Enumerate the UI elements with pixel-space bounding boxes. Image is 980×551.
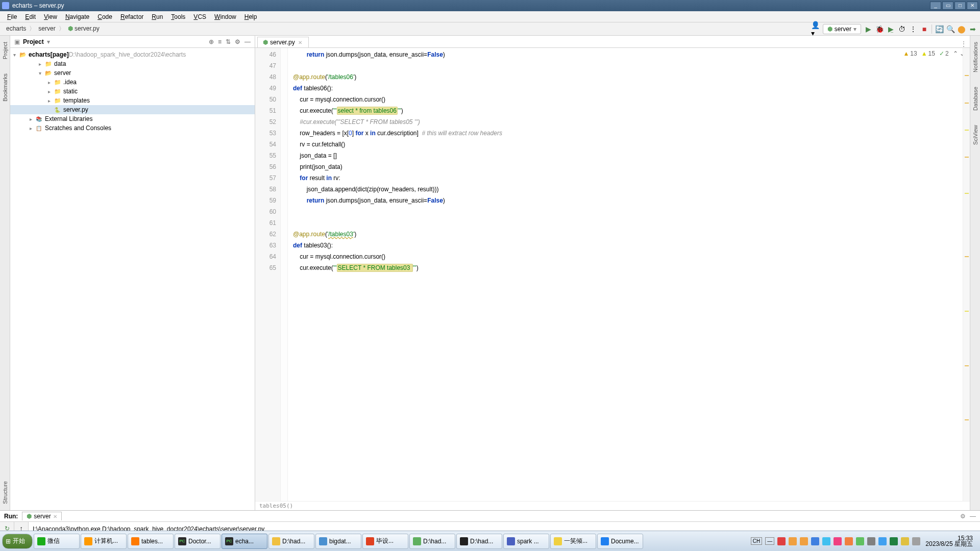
tree-item-scratches-and-consoles[interactable]: ▸Scratches and Consoles [10, 123, 255, 133]
ide-updates-icon[interactable]: ⬤ [958, 25, 966, 33]
run-tab-server[interactable]: ⬢ server ✕ [22, 512, 61, 520]
tray-icon[interactable] [867, 537, 875, 545]
run-settings-icon[interactable]: ⚙ [960, 513, 966, 520]
tray-icon[interactable] [856, 537, 864, 545]
tray-icon[interactable] [822, 537, 830, 545]
settings-icon[interactable]: ⚙ [235, 38, 240, 45]
menu-view[interactable]: View [40, 12, 61, 21]
tree-item--idea[interactable]: ▸.idea [10, 78, 255, 87]
left-gutter: Project Bookmarks Structure [0, 36, 10, 510]
start-button[interactable]: ⊞开始 [2, 534, 33, 549]
locate-icon[interactable]: ⊕ [209, 38, 214, 45]
system-tray[interactable]: CH — 15:33 2023/8/25 星期五 [751, 536, 978, 547]
profile-button[interactable]: ⏱ [898, 25, 906, 33]
tray-icon[interactable] [878, 537, 887, 545]
bookmarks-side-tab[interactable]: Bookmarks [1, 71, 9, 104]
search-everywhere-icon[interactable]: 🔍 [946, 25, 954, 33]
tree-item-templates[interactable]: ▸templates [10, 96, 255, 105]
hide-panel-icon[interactable]: — [244, 38, 251, 45]
menu-window[interactable]: Window [210, 12, 240, 21]
tree-item-static[interactable]: ▸static [10, 87, 255, 96]
add-config-icon[interactable]: 👤▾ [812, 25, 820, 33]
taskbar-item[interactable]: D:\had... [268, 534, 314, 549]
debug-button[interactable]: 🐞 [875, 25, 884, 33]
notifications-side-tab[interactable]: Notifications [971, 40, 979, 74]
editor-tabs-menu-icon[interactable]: ⋮ [961, 40, 970, 47]
tree-item-external-libraries[interactable]: ▸External Libraries [10, 114, 255, 123]
menu-help[interactable]: Help [240, 12, 261, 21]
tray-icon[interactable] [901, 537, 909, 545]
git-update-icon[interactable]: 🔄 [935, 25, 943, 33]
tray-icon[interactable] [800, 537, 808, 545]
sync-icon[interactable]: ➡ [969, 25, 977, 33]
run-button[interactable]: ▶ [864, 25, 872, 33]
collapse-all-icon[interactable]: ⇅ [226, 38, 231, 45]
tree-item-server-py[interactable]: server.py [10, 105, 255, 114]
run-hide-icon[interactable]: — [970, 513, 976, 520]
taskbar-item[interactable]: Docume... [597, 534, 643, 549]
tray-icon[interactable] [777, 537, 786, 545]
project-panel-title: Project [23, 38, 44, 45]
project-panel: ▣ Project ▾ ⊕ ≡ ⇅ ⚙ — ▾echarts [page] D:… [10, 36, 255, 510]
breadcrumb-item[interactable]: echarts [3, 24, 29, 33]
taskbar-clock[interactable]: 15:33 2023/8/25 星期五 [923, 536, 975, 547]
taskbar-item[interactable]: 微信 [34, 534, 80, 549]
window-titlebar: echarts – server.py _ ▭ □ ✕ [0, 0, 980, 11]
editor-area: ⬢ server.py ✕ ⋮ 13 15 2 ⌃ ⌄ 464748495051… [255, 36, 970, 510]
minimize-button[interactable]: _ [930, 2, 941, 10]
ime-indicator[interactable]: CH [751, 537, 762, 545]
taskbar-item[interactable]: PCecha... [222, 534, 267, 549]
editor-marker-strip[interactable] [963, 48, 970, 501]
tray-icon[interactable] [834, 537, 842, 545]
structure-side-tab[interactable]: Structure [1, 479, 9, 506]
close-button[interactable]: ✕ [967, 2, 978, 10]
taskbar-item[interactable]: D:\had... [409, 534, 455, 549]
tree-item-data[interactable]: ▸data [10, 59, 255, 68]
tray-icon[interactable] [890, 537, 898, 545]
close-tab-icon[interactable]: ✕ [297, 40, 303, 45]
taskbar-item[interactable]: 毕设... [362, 534, 408, 549]
right-gutter: Notifications Database SciView [970, 36, 980, 510]
menu-navigate[interactable]: Navigate [61, 12, 93, 21]
tray-icon[interactable] [789, 537, 797, 545]
taskbar-item[interactable]: D:\had... [456, 534, 502, 549]
taskbar-item[interactable]: 计算机... [81, 534, 127, 549]
taskbar-item[interactable]: 一笑倾... [550, 534, 596, 549]
database-side-tab[interactable]: Database [971, 85, 979, 113]
app-icon [2, 2, 9, 9]
tray-icon[interactable] [845, 537, 853, 545]
maximize-button[interactable]: □ [954, 2, 966, 10]
menu-file[interactable]: File [3, 12, 21, 21]
taskbar-item[interactable]: spark ... [503, 534, 549, 549]
project-side-tab[interactable]: Project [1, 40, 9, 61]
project-tree[interactable]: ▾echarts [page] D:\hadoop_spark_hive_doc… [10, 48, 255, 135]
stop-run-button[interactable]: ■ [920, 25, 928, 33]
windows-taskbar: ⊞开始 微信计算机...tables...PCDoctor...PCecha..… [0, 531, 980, 551]
restore-button[interactable]: ▭ [942, 2, 953, 10]
breadcrumb-item[interactable]: server [35, 24, 58, 33]
menu-code[interactable]: Code [93, 12, 116, 21]
attach-button[interactable]: ⋮ [909, 25, 917, 33]
menu-refactor[interactable]: Refactor [116, 12, 148, 21]
tray-icon[interactable] [912, 537, 920, 545]
editor-tab-server[interactable]: ⬢ server.py ✕ [257, 37, 309, 47]
taskbar-item[interactable]: bigdat... [315, 534, 361, 549]
scipy-side-tab[interactable]: SciView [971, 123, 979, 147]
editor-tab-label: server.py [270, 39, 295, 46]
code-editor[interactable]: 13 15 2 ⌃ ⌄ 4647484950515253545556575859… [255, 48, 970, 501]
editor-breadcrumb[interactable]: tables05() [255, 501, 970, 510]
tree-item-server[interactable]: ▾server [10, 68, 255, 78]
menu-run[interactable]: Run [148, 12, 167, 21]
expand-all-icon[interactable]: ≡ [218, 38, 222, 45]
tree-root[interactable]: ▾echarts [page] D:\hadoop_spark_hive_doc… [10, 50, 255, 59]
coverage-button[interactable]: ▶̤ [887, 25, 895, 33]
menu-tools[interactable]: Tools [167, 12, 189, 21]
run-config-selector[interactable]: ⬢ server ▾ [823, 24, 861, 34]
menu-edit[interactable]: Edit [21, 12, 40, 21]
taskbar-item[interactable]: PCDoctor... [175, 534, 220, 549]
taskbar-item[interactable]: tables... [128, 534, 174, 549]
run-label: Run: [4, 513, 18, 520]
breadcrumb-item[interactable]: ⬢ server.py [65, 24, 103, 33]
menu-vcs[interactable]: VCS [189, 12, 210, 21]
tray-icon[interactable] [811, 537, 819, 545]
